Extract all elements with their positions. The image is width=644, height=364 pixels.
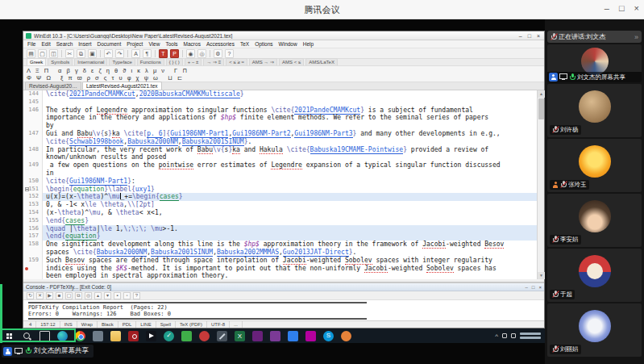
minimize-button[interactable]: – (605, 3, 609, 13)
folder-icon[interactable] (110, 331, 121, 341)
toolbar-icon-11[interactable]: A (131, 49, 140, 58)
editor-line[interactable]: 144\cite{2021PandeCMAMKcut,2020BabuskaCM… (23, 90, 544, 98)
editor-line[interactable]: 154(x-\theta)^\mu, & \theta< x<1, (23, 209, 544, 217)
editor-line[interactable]: \cite{Schwab1998book,Babuska2000NM,Babus… (23, 138, 544, 146)
console-minimize-button[interactable]: – (526, 285, 528, 290)
sgreen-icon[interactable] (181, 331, 192, 341)
orange-icon[interactable] (341, 331, 351, 341)
tray-icon[interactable] (511, 333, 516, 338)
toolbar-icon-21[interactable]: ? (225, 49, 234, 58)
scroll-up-icon[interactable]: ▲ (538, 90, 545, 98)
console-close-button[interactable]: × (538, 285, 542, 290)
menu-options[interactable]: Options (255, 41, 272, 47)
console-toolbar-icon-1[interactable]: ✕ (36, 292, 44, 299)
toolbar-icon-4[interactable]: ✂ (65, 49, 74, 58)
palette-tab-ams[interactable]: AMS < ≤ (279, 58, 304, 65)
palette-tab-ams[interactable]: AMS → ⇒ (249, 58, 277, 65)
video-tile[interactable]: 于超 (547, 249, 642, 302)
editor-line[interactable]: 152u(x)=(x-\theta)^\mu_+=\begin{cases} (23, 193, 544, 201)
scrollbar-thumb[interactable] (538, 98, 544, 119)
toolbar-icon-0[interactable]: ▤ (27, 49, 35, 58)
console-maximize-button[interactable]: □ (532, 285, 535, 290)
editor-line[interactable]: 1530, & -1< x\le \theta,\\[2pt] (23, 201, 544, 209)
editor-line[interactable]: 147Gui and Babu\v{s}ka \cite[p. 6]{Gui19… (23, 130, 544, 138)
editor-line[interactable]: 149 a few open questions on the pointwis… (23, 161, 544, 169)
toolbar-icon-9[interactable]: ↷ (115, 49, 124, 58)
greek-symbol-group[interactable]: α β γ δ ε ζ η θ ϑ ι κ λ μ ν (58, 67, 166, 74)
toolbar-icon-17[interactable]: ◉ (186, 49, 195, 58)
editor-line[interactable]: spaces \cite{Babuska2000NM,Babuska2001SI… (23, 249, 544, 257)
menu-search[interactable]: Search (56, 41, 73, 47)
editor-line[interactable]: by (23, 122, 544, 130)
palette-tab-[interactable]: + − ± (185, 58, 202, 65)
doc-tab[interactable]: LatestRevised-August2021.tex (82, 82, 162, 90)
menu-accessories[interactable]: Accessories (206, 41, 235, 47)
menu-insert[interactable]: Insert (78, 41, 91, 47)
tray-icon[interactable] (502, 333, 507, 338)
menu-project[interactable]: Project (127, 41, 143, 47)
palette-tab-international[interactable]: International (74, 58, 107, 65)
console-toolbar-icon-9[interactable]: ▪ (114, 292, 121, 299)
play-icon[interactable] (146, 331, 156, 341)
menu-document[interactable]: Document (98, 41, 122, 47)
palette-tab-typeface[interactable]: Typeface (109, 58, 135, 65)
editor-line[interactable]: 145 (23, 98, 544, 107)
code-icon[interactable] (288, 331, 298, 341)
collapse-sidebar-icon[interactable]: » (634, 33, 638, 41)
excel-icon[interactable]: X (235, 331, 245, 341)
toolbar-icon-1[interactable]: ▢ (38, 49, 47, 58)
editor-line[interactable]: 146The study of Legendre approximation t… (23, 107, 544, 115)
editor-line[interactable]: importance in the theory and application… (23, 114, 544, 122)
console-toolbar-icon-2[interactable]: ▶ (46, 292, 53, 299)
menu-file[interactable]: File (27, 41, 35, 47)
menu-tools[interactable]: Tools (165, 41, 177, 47)
toolbar-icon-15[interactable]: P (170, 49, 179, 58)
winedt-minimize-button[interactable]: – (519, 33, 522, 39)
acrobat-icon[interactable] (128, 331, 139, 341)
winedt-close-button[interactable]: × (537, 33, 540, 39)
menu-macros[interactable]: Macros (184, 41, 201, 47)
bookmark-icon[interactable] (25, 267, 28, 270)
console-toolbar-icon-11[interactable]: ? (133, 292, 140, 299)
console-toolbar-icon-7[interactable]: ▴ (94, 292, 102, 299)
editor-line[interactable]: 158One significant development along thi… (23, 241, 544, 249)
editor-scrollbar[interactable]: ▲ ▼ (537, 90, 544, 279)
greek-symbol-group[interactable]: Γ ⊓ (174, 67, 189, 74)
editor-line[interactable]: known/unknown results and posed (23, 153, 544, 161)
video-tile[interactable]: 刘许杨 (547, 84, 642, 137)
menu-tex[interactable]: TeX (240, 41, 249, 47)
menu-window[interactable]: Window (279, 41, 297, 47)
editor-line[interactable]: 148In particular, the very recent work o… (23, 146, 544, 154)
palette-tab-amslatex[interactable]: AMS/LaTeX (305, 58, 338, 65)
tray-chevron-icon[interactable]: ^ (495, 333, 498, 340)
doc-tab[interactable]: Revised-August2021.tex (25, 82, 81, 90)
maximize-button[interactable]: □ (619, 3, 625, 13)
palette-tab-[interactable]: < ≤ ≥ ≈ (226, 58, 247, 65)
greek-symbol-group[interactable]: Φ Ψ Ω (27, 74, 52, 82)
skype-icon[interactable]: S (323, 331, 334, 341)
editor-line[interactable]: 157\end{equation} (23, 232, 544, 241)
vs2-icon[interactable] (270, 331, 280, 341)
palette-tab-greek[interactable]: Greek (27, 58, 46, 65)
toolbar-icon-6[interactable]: ▣ (88, 49, 97, 58)
console-titlebar[interactable]: Console - PDFTeXify... [Exit Code: 0] – … (23, 283, 544, 291)
menu-edit[interactable]: Edit (41, 41, 50, 47)
editor-line[interactable]: 159Such Besov spaces are defined through… (23, 257, 544, 265)
palette-tab-functions[interactable]: Functions (137, 58, 164, 65)
greek-symbol-group[interactable]: ξ π ϖ ρ σ ς τ υ φ χ ψ ω (60, 74, 160, 82)
palette-tab-[interactable]: { } ( ) (166, 58, 183, 65)
winedt-titlebar[interactable]: WinEdt 10.3 - [C:\Users\Guangqi\Desktop\… (23, 31, 544, 40)
console-toolbar-icon-6[interactable]: ◎ (85, 292, 92, 299)
toolbar-icon-2[interactable]: ◫ (49, 49, 58, 58)
console-toolbar-icon-0[interactable]: ↻ (27, 292, 34, 299)
editor-line[interactable]: 156\quad |\theta|\le 1,\;\;\; \mu>-1. (23, 225, 544, 233)
winedt-maximize-button[interactable]: □ (528, 33, 531, 39)
wrench-icon[interactable] (217, 331, 227, 341)
console-toolbar-icon-4[interactable]: ▢ (65, 292, 73, 299)
toolbar-icon-5[interactable]: ⧉ (77, 49, 85, 58)
toolbar-icon-14[interactable]: T (159, 49, 168, 58)
editor-line[interactable]: indices using the $K$-method. It is impo… (23, 265, 544, 273)
video-tile[interactable]: 刘丽娟 (547, 303, 642, 357)
chrome-icon[interactable] (75, 331, 85, 341)
editor-text-area[interactable]: 144\cite{2021PandeCMAMKcut,2020BabuskaCM… (23, 90, 544, 279)
